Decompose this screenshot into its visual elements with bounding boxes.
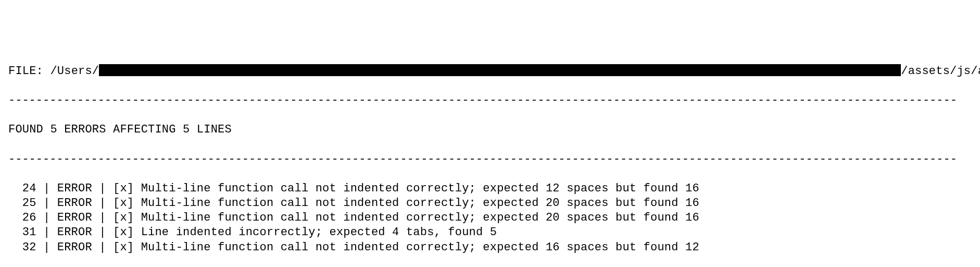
error-row: 26 | ERROR | [x] Multi-line function cal… [8, 211, 972, 225]
error-row: 24 | ERROR | [x] Multi-line function cal… [8, 181, 972, 196]
file-line: FILE: /Users//assets/js/admin.js [8, 64, 972, 79]
summary-line: FOUND 5 ERRORS AFFECTING 5 LINES [8, 123, 972, 137]
file-label: FILE: [8, 65, 43, 78]
error-row: 32 | ERROR | [x] Multi-line function cal… [8, 240, 972, 255]
divider: ----------------------------------------… [8, 93, 972, 108]
error-row: 25 | ERROR | [x] Multi-line function cal… [8, 196, 972, 211]
error-row: 31 | ERROR | [x] Line indented incorrect… [8, 225, 972, 240]
redacted-path [99, 64, 901, 76]
file-path-suffix: /assets/js/admin.js [901, 65, 980, 78]
divider: ----------------------------------------… [8, 152, 972, 167]
file-path-prefix: /Users/ [50, 65, 99, 78]
error-list: 24 | ERROR | [x] Multi-line function cal… [8, 181, 972, 255]
